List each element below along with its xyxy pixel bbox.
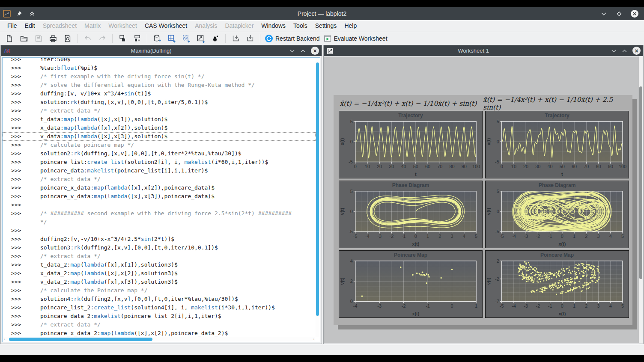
code-line[interactable]: >>>v_data:map(lambda([x],x[3]),solution)… [3,132,316,141]
plot-canvas[interactable]: 0102030405060708090100-505tx(t) [486,111,629,178]
scroll-right-arrow-icon[interactable]: › [313,337,314,341]
cas-code-lines[interactable]: >>>iter:500$>>>%tau:bfloat(%pi)$>>>/* fi… [3,57,316,337]
code-line[interactable]: >>>/* calculate the Poincare map */ [3,286,316,295]
prompt: >>> [3,269,40,278]
equation-label-1[interactable]: ẍ(t) = −1/4x³(t) + x(t) − 1/10ẋ(t) + sin… [334,97,483,110]
plot-canvas[interactable]: -5-4-3-2-10123452-2-7x(t)v(t) [486,251,629,317]
plot-canvas[interactable]: -5-4-3-2-1012345-505x(t)v(t) [486,181,629,248]
code-line[interactable]: >>>duffing:[v,-v/10+x-x^3/4+sin(t)]$ [3,89,316,98]
export-button[interactable] [243,33,257,44]
code-line[interactable]: >>>t_data_2:map(lambda([x],x[1]),solutio… [3,261,316,269]
print-button[interactable] [46,33,60,44]
code-line[interactable]: >>>solution3:rk(duffing2,[x,v],[0,0],[t,… [3,243,316,252]
worksheet-maximize-button[interactable] [622,49,627,53]
plot-trajectory-1[interactable]: Trajectory 0102030405060708090100-505tx(… [339,111,483,178]
code-line[interactable]: >>>poincare_v_data:map(lambda([x],x[3]),… [3,192,316,201]
worksheet-minimize-button[interactable] [611,49,617,53]
code-line[interactable]: >>>/* solve the differential equation wi… [3,81,316,89]
cas-minimize-button[interactable] [289,49,295,53]
worksheet-vertical-scrollbar-thumb[interactable] [639,86,642,279]
code-line[interactable]: >>>/* extract data */ [3,320,316,329]
code-line[interactable]: >>>/* extract data */ [3,107,316,115]
plot-trajectory-2[interactable]: Trajectory 0102030405060708090100-505tx(… [485,111,629,178]
plot-poincare-map-2[interactable]: Poincare Map -5-4-3-2-10123452-2-7x(t)v(… [485,250,629,318]
plot-canvas[interactable]: 0102030405060708090100-505tx(t) [339,111,482,178]
new-worksheet-button[interactable] [194,33,208,44]
new-spreadsheet-button[interactable] [165,33,179,44]
code-line[interactable]: >>>poincare_data:makelist(poincare_list[… [3,166,316,175]
code-line[interactable]: >>>duffing2:[v,-v/10+x-x^3/4+2.5*sin(2*t… [3,235,316,243]
worksheet-view[interactable]: ẍ(t) = −1/4x³(t) + x(t) − 1/10ẋ(t) + sin… [324,56,643,343]
close-button[interactable] [630,9,639,18]
minimize-button[interactable] [599,9,608,18]
code-line[interactable]: >>>/* first example with the driving for… [3,72,316,81]
new-workbook-button[interactable] [116,33,129,44]
menu-cas-worksheet[interactable]: CAS Worksheet [141,20,191,32]
code-line[interactable]: >>>poincare_list_2:create_list(solution4… [3,303,316,312]
code-line[interactable]: >>>x_data_2:map(lambda([x],x[2]),solutio… [3,269,316,278]
svg-text:5: 5 [475,234,477,239]
code-line[interactable]: >>>poincare_data_2:makelist(poincare_lis… [3,312,316,320]
code-line[interactable]: >>>poincare_x_data:map(lambda([x],x[2]),… [3,184,316,192]
scroll-left-arrow-icon[interactable]: ‹ [4,337,5,341]
code-line[interactable]: >>>/* ########## second example with the… [3,209,316,218]
code-line[interactable]: >>>solution2:rk(duffing,[x,v],[0,0],[t,0… [3,149,316,158]
code-line[interactable]: >>> [3,226,316,235]
plot-phase-diagram-1[interactable]: Phase Diagram -5-4-3-2-1012345-505x(t)v(… [339,181,483,248]
print-preview-button[interactable] [61,33,75,44]
save-button[interactable] [32,33,45,44]
bottom-black-band [0,355,644,362]
shade-double-chevron-icon[interactable] [28,9,36,18]
equation-label-2[interactable]: ẍ(t) = −1/4x³(t) + x(t) − 1/10ẋ(t) + 2.5… [483,97,632,110]
code-line[interactable]: >>>poincare_x_data_2:map(lambda([x],x[2]… [3,329,316,337]
evaluate-worksheet-icon [323,34,332,43]
code-line[interactable]: >>>x_data:map(lambda([x],x[2]),solution)… [3,124,316,132]
menu-tools[interactable]: Tools [289,20,311,32]
cas-close-button[interactable]: × [311,47,319,55]
code-line[interactable]: >>>/* extract data */ [3,175,316,184]
restart-backend-button[interactable]: Restart Backend [263,33,321,44]
new-datapicker-button[interactable] [209,33,222,44]
code-line[interactable]: >>> [3,201,316,209]
code-line[interactable]: >>>/* calculate poincare map */ [3,141,316,149]
evaluate-worksheet-button[interactable]: Evaluate Worksheet [322,33,389,44]
worksheet-subwindow-titlebar[interactable]: Worksheet 1 × [324,45,643,56]
cas-code-editor[interactable]: >>>iter:500$>>>%tau:bfloat(%pi)$>>>/* fi… [2,57,320,342]
cas-vertical-scrollbar-thumb[interactable] [316,62,319,316]
import-button[interactable] [229,33,242,44]
code-line[interactable]: >>>solution4:rk(duffing2,[x,v],[0,0],[t,… [3,295,316,303]
code-line[interactable]: >>>solution:rk(duffing,[x,v],[0,0],[t,0,… [3,98,316,107]
cas-maximize-button[interactable] [300,49,306,53]
cas-horizontal-scrollbar-thumb[interactable] [9,338,152,341]
menu-edit[interactable]: Edit [21,20,39,32]
new-document-button[interactable] [3,33,16,44]
code-line[interactable]: >>>/* extract data */ [3,252,316,261]
code-line[interactable]: >>>iter:500$ [3,57,316,64]
plot-canvas[interactable]: -4-3-2-101024x(t)v(t) [339,251,482,317]
new-notes-button[interactable] [130,33,144,44]
menu-help[interactable]: Help [340,20,361,32]
cas-vertical-scrollbar[interactable] [316,58,319,337]
plot-canvas[interactable]: -5-4-3-2-1012345-505x(t)v(t) [339,181,482,248]
cas-subwindow-titlebar[interactable]: MM Maxima(Duffing) × [1,45,322,56]
code-line[interactable]: >>>t_data:map(lambda([x],x[1]),solution)… [3,115,316,124]
worksheet-page[interactable]: ẍ(t) = −1/4x³(t) + x(t) − 1/10ẋ(t) + sin… [334,95,632,325]
menu-windows[interactable]: Windows [257,20,289,32]
code-line[interactable]: */ [3,218,316,226]
plot-phase-diagram-2[interactable]: Phase Diagram -5-4-3-2-1012345-505x(t)v(… [485,181,629,248]
new-matrix-button[interactable] [179,33,193,44]
menu-file[interactable]: File [3,20,21,32]
plot-poincare-map-1[interactable]: Poincare Map -4-3-2-101024x(t)v(t) [339,250,483,318]
worksheet-vertical-scrollbar[interactable] [639,56,643,343]
code-line[interactable]: >>>v_data_2:map(lambda([x],x[3]),solutio… [3,278,316,286]
menu-settings[interactable]: Settings [311,20,341,32]
pin-icon[interactable] [15,9,24,18]
new-cas-worksheet-button[interactable] [150,33,164,44]
code-line[interactable]: >>>poincare_list:create_list(solution2[i… [3,158,316,166]
open-file-button[interactable] [17,33,31,44]
maximize-button[interactable] [615,9,623,18]
code-line[interactable]: >>>%tau:bfloat(%pi)$ [3,64,316,72]
worksheet-close-button[interactable]: × [632,47,641,55]
cas-horizontal-scrollbar[interactable]: ‹ › [3,337,315,341]
application-window: Project — labplot2 File [0,0,644,362]
